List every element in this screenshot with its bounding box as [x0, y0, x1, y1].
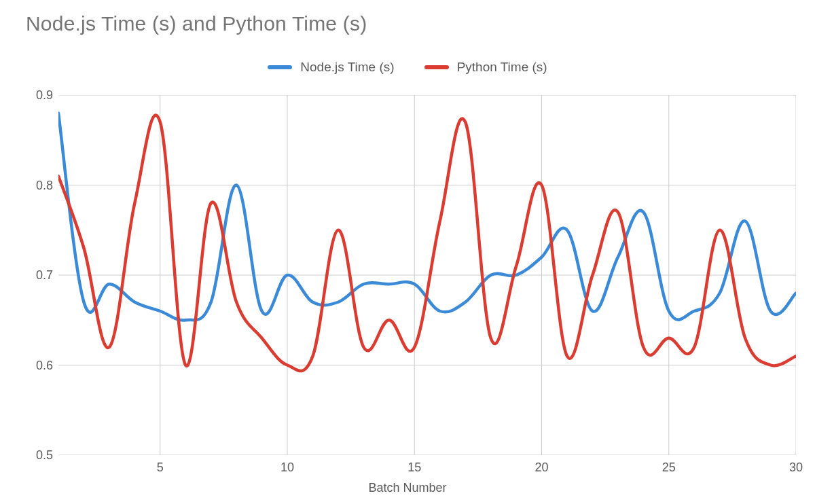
xtick-15: 15 [408, 461, 421, 475]
chart-title: Node.js Time (s) and Python Time (s) [26, 12, 367, 35]
legend: Node.js Time (s) Python Time (s) [0, 60, 815, 75]
chart-container: Node.js Time (s) and Python Time (s) Nod… [0, 0, 815, 504]
ytick-0.6: 0.6 [12, 358, 53, 372]
x-axis-label: Batch Number [0, 481, 815, 495]
legend-swatch-nodejs [268, 65, 292, 69]
xtick-25: 25 [662, 461, 676, 475]
legend-label-nodejs: Node.js Time (s) [300, 60, 394, 75]
series-group [58, 113, 796, 372]
ytick-0.8: 0.8 [12, 178, 53, 192]
legend-item-python: Python Time (s) [424, 60, 547, 75]
ytick-0.5: 0.5 [12, 448, 53, 463]
series-line-1 [58, 115, 796, 372]
xtick-5: 5 [157, 461, 164, 475]
ytick-0.7: 0.7 [12, 268, 53, 283]
gridlines [58, 95, 796, 455]
legend-item-nodejs: Node.js Time (s) [268, 60, 394, 75]
plot-area [58, 95, 796, 455]
xtick-20: 20 [535, 461, 549, 475]
ytick-0.9: 0.9 [12, 88, 53, 103]
xtick-30: 30 [789, 461, 803, 475]
xtick-10: 10 [280, 461, 294, 475]
legend-label-python: Python Time (s) [457, 60, 547, 75]
legend-swatch-python [424, 65, 449, 69]
